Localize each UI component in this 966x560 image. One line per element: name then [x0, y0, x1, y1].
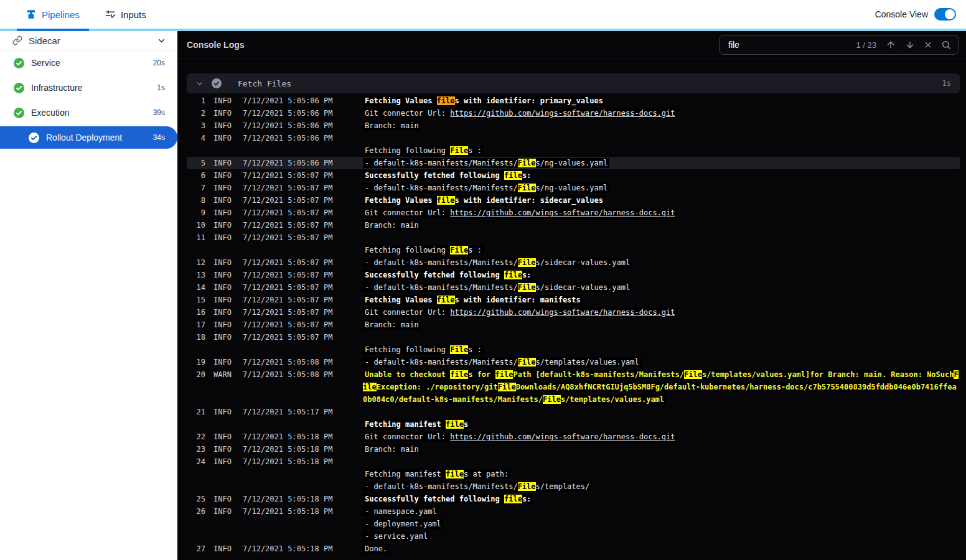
sidebar-item-rollout-deployment[interactable]: Rollout Deployment34s — [0, 126, 177, 149]
log-level: INFO — [213, 294, 235, 306]
log-timestamp — [243, 144, 334, 157]
log-message: Branch: main — [363, 219, 960, 231]
log-timestamp: 7/12/2021 5:05:07 PM — [243, 331, 334, 343]
line-number: 22 — [187, 431, 205, 443]
log-timestamp: 7/12/2021 5:05:18 PM — [243, 443, 334, 455]
line-number: 16 — [187, 306, 205, 319]
line-number: 2 — [187, 107, 205, 119]
search-match-highlight: file — [504, 171, 522, 180]
search-clear-button[interactable] — [924, 41, 932, 49]
log-timestamp — [243, 468, 334, 480]
log-timestamp: 7/12/2021 5:05:07 PM — [243, 169, 334, 182]
step-duration: 1s — [157, 83, 165, 92]
line-number — [187, 468, 205, 480]
log-row: 4INFO7/12/2021 5:05:06 PM — [187, 132, 960, 144]
log-row: 18INFO7/12/2021 5:05:07 PM — [187, 331, 960, 343]
step-label: Infrastructure — [31, 83, 150, 93]
log-message: Git connector Url: https://github.com/wi… — [363, 431, 960, 443]
check-circle-icon — [14, 83, 24, 93]
search-match-highlight: file — [437, 196, 455, 205]
log-timestamp: 7/12/2021 5:05:06 PM — [243, 95, 334, 107]
log-level: INFO — [213, 132, 235, 144]
line-number: 13 — [187, 269, 205, 281]
top-bar: Pipelines Inputs Console View — [0, 0, 966, 29]
search-next-button[interactable] — [905, 40, 915, 50]
log-level: INFO — [213, 95, 235, 107]
search-match-counter: 1 / 23 — [856, 40, 876, 50]
tab-strip — [0, 29, 966, 31]
log-message: Fetching Values files with identifier: s… — [363, 194, 960, 207]
log-row: 8INFO7/12/2021 5:05:07 PMFetching Values… — [187, 194, 960, 207]
log-timestamp: 7/12/2021 5:05:18 PM — [243, 455, 334, 468]
log-message: Branch: main — [363, 119, 960, 132]
line-number — [187, 144, 205, 157]
log-level: INFO — [213, 269, 235, 281]
log-timestamp: 7/12/2021 5:05:06 PM — [243, 132, 334, 144]
log-row: - deployment.yaml — [187, 518, 960, 530]
log-level: INFO — [213, 493, 235, 505]
sidebar-item-service[interactable]: Service20s — [0, 50, 177, 75]
log-list: 1INFO7/12/2021 5:05:06 PMFetching Values… — [177, 95, 966, 555]
log-row: 23INFO7/12/2021 5:05:18 PMBranch: main — [187, 443, 960, 455]
log-message: - default-k8s-manifests/Manifests/Files/… — [363, 157, 960, 169]
log-level — [213, 468, 235, 480]
console-logs-title: Console Logs — [187, 40, 245, 50]
log-timestamp: 7/12/2021 5:05:07 PM — [243, 219, 334, 231]
console-view-label: Console View — [875, 9, 928, 19]
section-chevron-icon[interactable] — [195, 80, 204, 88]
line-number: 23 — [187, 443, 205, 455]
search-input[interactable] — [728, 40, 846, 50]
tab-inputs[interactable]: Inputs — [96, 0, 155, 29]
log-row: - default-k8s-manifests/Manifests/Files/… — [187, 480, 960, 493]
tab-pipelines[interactable]: Pipelines — [17, 0, 88, 29]
log-message — [363, 132, 960, 144]
sidebar-header[interactable]: Sidecar — [0, 31, 177, 50]
log-row: 15INFO7/12/2021 5:05:07 PMFetching Value… — [187, 294, 960, 306]
log-link[interactable]: https://github.com/wings-software/harnes… — [450, 432, 675, 441]
log-level: INFO — [213, 281, 235, 294]
stage-name: Sidecar — [29, 35, 151, 46]
log-row: Fetching following Files : — [187, 343, 960, 356]
log-message: - namespace.yaml — [363, 505, 960, 518]
section-title: Fetch Files — [238, 79, 934, 88]
search-match-highlight: File — [450, 246, 468, 254]
log-level — [213, 518, 235, 530]
log-message: Fetching manifest files — [363, 418, 960, 431]
search-match-highlight: file — [495, 370, 513, 379]
search-match-highlight: File — [518, 159, 536, 167]
log-row: 16INFO7/12/2021 5:05:07 PMGit connector … — [187, 306, 960, 319]
log-message: - service.yaml — [363, 530, 960, 543]
line-number: 7 — [187, 182, 205, 194]
log-row: 12INFO7/12/2021 5:05:07 PM- default-k8s-… — [187, 256, 960, 269]
log-row: 11INFO7/12/2021 5:05:07 PM — [187, 231, 960, 244]
log-link[interactable]: https://github.com/wings-software/harnes… — [450, 308, 675, 317]
log-message: Git connector Url: https://github.com/wi… — [363, 107, 960, 119]
log-link[interactable]: https://github.com/wings-software/harnes… — [450, 208, 675, 217]
line-number: 19 — [187, 356, 205, 368]
active-tab-underline — [17, 29, 89, 31]
sidebar-item-execution[interactable]: Execution39s — [0, 100, 177, 125]
log-message: Fetching following Files : — [363, 343, 960, 356]
chevron-down-icon[interactable] — [157, 36, 166, 45]
log-row: 19INFO7/12/2021 5:05:08 PM- default-k8s-… — [187, 356, 960, 368]
line-number: 12 — [187, 256, 205, 269]
console-view-toggle[interactable] — [934, 8, 956, 21]
search-match-highlight: file — [504, 271, 522, 279]
log-message: Successfully fetched following files: — [363, 269, 960, 281]
search-prev-button[interactable] — [886, 40, 896, 50]
log-section-header[interactable]: Fetch Files 1s — [187, 73, 960, 93]
search-match-current: file — [437, 96, 455, 105]
log-level: INFO — [213, 306, 235, 319]
log-level: INFO — [213, 231, 235, 244]
line-number: 14 — [187, 281, 205, 294]
search-match-highlight: File — [518, 283, 536, 292]
log-link[interactable]: https://github.com/wings-software/harnes… — [450, 109, 675, 118]
log-message: - deployment.yaml — [363, 518, 960, 530]
sidebar-item-infrastructure[interactable]: Infrastructure1s — [0, 75, 177, 100]
log-message: Branch: main — [363, 443, 960, 455]
log-level: INFO — [213, 431, 235, 443]
log-level: INFO — [213, 443, 235, 455]
log-level: INFO — [213, 107, 235, 119]
search-icon[interactable] — [941, 40, 951, 50]
search-match-highlight: file — [437, 296, 455, 304]
